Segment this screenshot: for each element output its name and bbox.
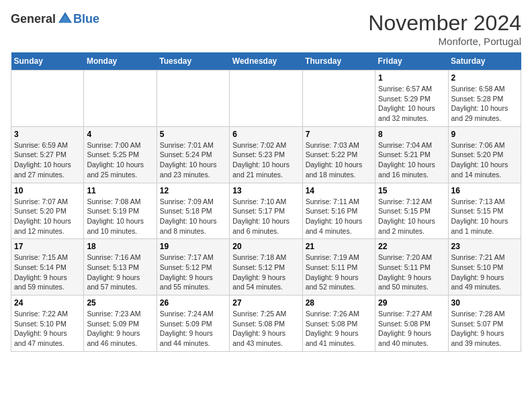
day-info: Sunrise: 7:17 AM Sunset: 5:12 PM Dayligh… bbox=[160, 253, 226, 292]
calendar-cell: 3Sunrise: 6:59 AM Sunset: 5:27 PM Daylig… bbox=[11, 126, 84, 183]
calendar-cell: 17Sunrise: 7:15 AM Sunset: 5:14 PM Dayli… bbox=[11, 239, 84, 295]
day-info: Sunrise: 7:15 AM Sunset: 5:14 PM Dayligh… bbox=[14, 253, 81, 292]
title-block: November 2024 Monforte, Portugal bbox=[368, 11, 521, 47]
week-row-3: 10Sunrise: 7:07 AM Sunset: 5:20 PM Dayli… bbox=[11, 183, 521, 239]
calendar-cell: 13Sunrise: 7:10 AM Sunset: 5:17 PM Dayli… bbox=[230, 183, 302, 239]
day-info: Sunrise: 6:57 AM Sunset: 5:29 PM Dayligh… bbox=[378, 84, 445, 124]
day-number: 6 bbox=[232, 130, 299, 139]
day-number: 25 bbox=[87, 298, 153, 308]
calendar-cell: 28Sunrise: 7:26 AM Sunset: 5:08 PM Dayli… bbox=[302, 295, 375, 352]
day-number: 1 bbox=[378, 73, 445, 83]
day-info: Sunrise: 7:11 AM Sunset: 5:16 PM Dayligh… bbox=[306, 197, 372, 236]
day-info: Sunrise: 7:08 AM Sunset: 5:19 PM Dayligh… bbox=[87, 197, 153, 236]
day-number: 15 bbox=[378, 186, 445, 195]
calendar-cell: 22Sunrise: 7:20 AM Sunset: 5:11 PM Dayli… bbox=[375, 239, 448, 295]
calendar-table: SundayMondayTuesdayWednesdayThursdayFrid… bbox=[11, 52, 521, 352]
day-number: 5 bbox=[160, 130, 226, 139]
day-info: Sunrise: 7:09 AM Sunset: 5:18 PM Dayligh… bbox=[160, 197, 226, 236]
day-number: 9 bbox=[451, 130, 518, 139]
weekday-header-tuesday: Tuesday bbox=[157, 52, 229, 71]
location: Monforte, Portugal bbox=[368, 36, 521, 47]
day-number: 2 bbox=[451, 73, 518, 83]
day-number: 16 bbox=[451, 186, 518, 195]
day-number: 17 bbox=[14, 242, 81, 251]
week-row-1: 1Sunrise: 6:57 AM Sunset: 5:29 PM Daylig… bbox=[11, 71, 521, 127]
day-info: Sunrise: 7:12 AM Sunset: 5:15 PM Dayligh… bbox=[378, 197, 445, 236]
day-info: Sunrise: 7:21 AM Sunset: 5:10 PM Dayligh… bbox=[451, 253, 518, 292]
day-info: Sunrise: 7:28 AM Sunset: 5:07 PM Dayligh… bbox=[451, 309, 518, 349]
day-number: 23 bbox=[451, 242, 518, 251]
month-title: November 2024 bbox=[368, 11, 521, 36]
calendar-cell bbox=[302, 71, 375, 127]
calendar-cell: 14Sunrise: 7:11 AM Sunset: 5:16 PM Dayli… bbox=[302, 183, 375, 239]
calendar-cell: 27Sunrise: 7:25 AM Sunset: 5:08 PM Dayli… bbox=[230, 295, 302, 352]
day-info: Sunrise: 7:23 AM Sunset: 5:09 PM Dayligh… bbox=[87, 309, 153, 349]
day-number: 28 bbox=[306, 298, 372, 308]
weekday-header-row: SundayMondayTuesdayWednesdayThursdayFrid… bbox=[11, 52, 521, 71]
day-number: 19 bbox=[160, 242, 226, 251]
logo-icon bbox=[57, 11, 73, 27]
calendar-cell: 7Sunrise: 7:03 AM Sunset: 5:22 PM Daylig… bbox=[302, 126, 375, 183]
day-number: 29 bbox=[378, 298, 445, 308]
calendar-cell: 1Sunrise: 6:57 AM Sunset: 5:29 PM Daylig… bbox=[375, 71, 448, 127]
day-number: 22 bbox=[378, 242, 445, 251]
calendar-cell: 19Sunrise: 7:17 AM Sunset: 5:12 PM Dayli… bbox=[157, 239, 229, 295]
day-info: Sunrise: 7:01 AM Sunset: 5:24 PM Dayligh… bbox=[160, 140, 226, 180]
day-info: Sunrise: 7:03 AM Sunset: 5:22 PM Dayligh… bbox=[306, 140, 372, 180]
calendar-cell bbox=[230, 71, 302, 127]
day-info: Sunrise: 7:27 AM Sunset: 5:08 PM Dayligh… bbox=[378, 309, 445, 349]
calendar-cell: 12Sunrise: 7:09 AM Sunset: 5:18 PM Dayli… bbox=[157, 183, 229, 239]
calendar-cell: 6Sunrise: 7:02 AM Sunset: 5:23 PM Daylig… bbox=[230, 126, 302, 183]
day-info: Sunrise: 7:00 AM Sunset: 5:25 PM Dayligh… bbox=[87, 140, 153, 180]
logo-blue: Blue bbox=[73, 12, 99, 26]
day-info: Sunrise: 7:19 AM Sunset: 5:11 PM Dayligh… bbox=[306, 253, 372, 292]
day-info: Sunrise: 7:20 AM Sunset: 5:11 PM Dayligh… bbox=[378, 253, 445, 292]
day-info: Sunrise: 7:24 AM Sunset: 5:09 PM Dayligh… bbox=[160, 309, 226, 349]
calendar-cell bbox=[157, 71, 229, 127]
day-number: 27 bbox=[232, 298, 299, 308]
day-number: 10 bbox=[14, 186, 81, 195]
day-number: 21 bbox=[306, 242, 372, 251]
day-info: Sunrise: 7:26 AM Sunset: 5:08 PM Dayligh… bbox=[306, 309, 372, 349]
day-info: Sunrise: 6:59 AM Sunset: 5:27 PM Dayligh… bbox=[14, 140, 81, 180]
calendar-cell: 11Sunrise: 7:08 AM Sunset: 5:19 PM Dayli… bbox=[84, 183, 157, 239]
calendar-cell: 21Sunrise: 7:19 AM Sunset: 5:11 PM Dayli… bbox=[302, 239, 375, 295]
calendar-cell: 16Sunrise: 7:13 AM Sunset: 5:15 PM Dayli… bbox=[448, 183, 521, 239]
week-row-2: 3Sunrise: 6:59 AM Sunset: 5:27 PM Daylig… bbox=[11, 126, 521, 183]
calendar-cell: 25Sunrise: 7:23 AM Sunset: 5:09 PM Dayli… bbox=[84, 295, 157, 352]
day-info: Sunrise: 7:13 AM Sunset: 5:15 PM Dayligh… bbox=[451, 197, 518, 236]
calendar-cell: 20Sunrise: 7:18 AM Sunset: 5:12 PM Dayli… bbox=[230, 239, 302, 295]
calendar-cell: 9Sunrise: 7:06 AM Sunset: 5:20 PM Daylig… bbox=[448, 126, 521, 183]
calendar-cell: 2Sunrise: 6:58 AM Sunset: 5:28 PM Daylig… bbox=[448, 71, 521, 127]
calendar-cell: 4Sunrise: 7:00 AM Sunset: 5:25 PM Daylig… bbox=[84, 126, 157, 183]
weekday-header-wednesday: Wednesday bbox=[230, 52, 302, 71]
weekday-header-thursday: Thursday bbox=[302, 52, 375, 71]
day-info: Sunrise: 7:10 AM Sunset: 5:17 PM Dayligh… bbox=[232, 197, 299, 236]
day-number: 8 bbox=[378, 130, 445, 139]
weekday-header-friday: Friday bbox=[375, 52, 448, 71]
day-number: 3 bbox=[14, 130, 81, 139]
weekday-header-sunday: Sunday bbox=[11, 52, 84, 71]
week-row-4: 17Sunrise: 7:15 AM Sunset: 5:14 PM Dayli… bbox=[11, 239, 521, 295]
day-info: Sunrise: 6:58 AM Sunset: 5:28 PM Dayligh… bbox=[451, 84, 518, 124]
day-info: Sunrise: 7:18 AM Sunset: 5:12 PM Dayligh… bbox=[232, 253, 299, 292]
calendar-cell: 30Sunrise: 7:28 AM Sunset: 5:07 PM Dayli… bbox=[448, 295, 521, 352]
day-number: 7 bbox=[306, 130, 372, 139]
calendar-cell: 15Sunrise: 7:12 AM Sunset: 5:15 PM Dayli… bbox=[375, 183, 448, 239]
calendar-cell bbox=[11, 71, 84, 127]
calendar-cell bbox=[84, 71, 157, 127]
day-number: 26 bbox=[160, 298, 226, 308]
day-number: 30 bbox=[451, 298, 518, 308]
calendar-cell: 8Sunrise: 7:04 AM Sunset: 5:21 PM Daylig… bbox=[375, 126, 448, 183]
day-info: Sunrise: 7:06 AM Sunset: 5:20 PM Dayligh… bbox=[451, 140, 518, 180]
weekday-header-monday: Monday bbox=[84, 52, 157, 71]
day-info: Sunrise: 7:25 AM Sunset: 5:08 PM Dayligh… bbox=[232, 309, 299, 349]
day-number: 14 bbox=[306, 186, 372, 195]
weekday-header-saturday: Saturday bbox=[448, 52, 521, 71]
day-number: 4 bbox=[87, 130, 153, 139]
day-info: Sunrise: 7:22 AM Sunset: 5:10 PM Dayligh… bbox=[14, 309, 81, 349]
page-header: General Blue November 2024 Monforte, Por… bbox=[11, 11, 521, 47]
day-info: Sunrise: 7:02 AM Sunset: 5:23 PM Dayligh… bbox=[232, 140, 299, 180]
day-number: 20 bbox=[232, 242, 299, 251]
day-number: 18 bbox=[87, 242, 153, 251]
